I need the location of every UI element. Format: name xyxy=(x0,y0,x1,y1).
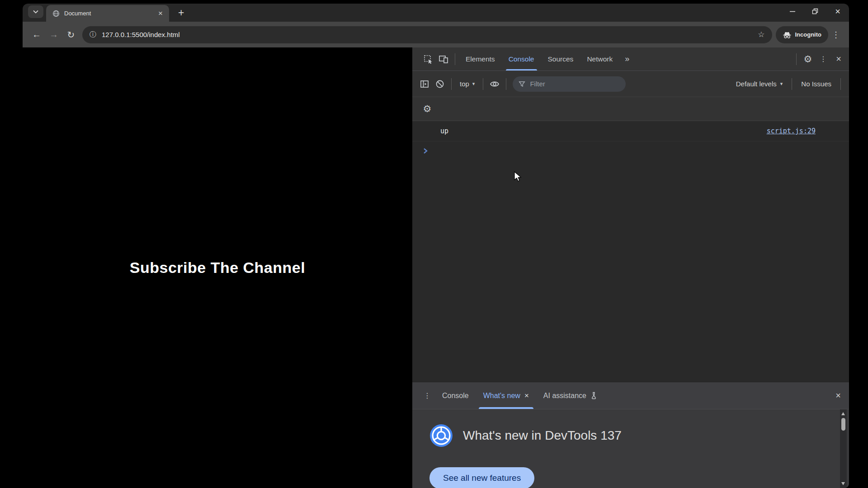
incognito-badge: Incognito xyxy=(776,26,829,43)
window-close-button[interactable]: × xyxy=(826,4,849,19)
drawer-scrollbar[interactable] xyxy=(840,409,847,488)
inspect-element-button[interactable] xyxy=(420,47,436,70)
eye-icon xyxy=(490,80,500,88)
drawer-tab-console-label: Console xyxy=(442,392,469,400)
drawer-tab-whats-new-label: What's new xyxy=(483,392,520,400)
drawer-close-button[interactable]: × xyxy=(827,382,849,409)
tab-strip: Document × + × xyxy=(23,4,849,22)
filter-box[interactable] xyxy=(513,76,626,92)
divider xyxy=(455,53,455,65)
bookmark-star-icon[interactable]: ☆ xyxy=(758,30,764,39)
tab-sources[interactable]: Sources xyxy=(541,47,580,70)
tab-title: Document xyxy=(64,10,152,17)
caret-down-icon: ▾ xyxy=(472,81,475,87)
scroll-up-icon[interactable] xyxy=(841,412,845,415)
drawer-tab-ai-assistance[interactable]: AI assistance xyxy=(536,382,604,409)
whats-new-header: What's new in DevTools 137 xyxy=(429,424,849,447)
browser-menu-button[interactable]: ⋮ xyxy=(828,30,844,40)
reload-button[interactable]: ↻ xyxy=(62,26,80,43)
tab-search-button[interactable] xyxy=(28,5,43,18)
restore-button[interactable] xyxy=(804,4,826,19)
see-all-features-button[interactable]: See all new features xyxy=(429,467,534,488)
new-tab-button[interactable]: + xyxy=(178,8,184,18)
incognito-icon xyxy=(783,31,792,39)
devtools-close-button[interactable]: × xyxy=(831,47,846,70)
site-info-icon[interactable]: ⓘ xyxy=(90,30,96,39)
devtools-drawer: ⋮ Console What's new × AI assistance xyxy=(412,382,849,488)
flask-icon xyxy=(590,392,597,399)
device-toolbar-button[interactable] xyxy=(436,47,451,70)
filter-input[interactable] xyxy=(530,80,620,88)
divider xyxy=(506,78,506,90)
tab-console[interactable]: Console xyxy=(502,47,541,70)
inspect-cursor-icon xyxy=(424,55,433,64)
console-log-text: up xyxy=(440,127,448,135)
clear-console-icon xyxy=(435,80,444,89)
console-sidebar-button[interactable] xyxy=(417,80,432,88)
url-text: 127.0.0.1:5500/index.html xyxy=(102,31,180,38)
divider xyxy=(451,78,452,90)
drawer-tab-close-icon[interactable]: × xyxy=(524,391,529,400)
incognito-label: Incognito xyxy=(795,31,822,38)
divider xyxy=(796,53,797,65)
chevron-down-icon xyxy=(33,10,38,14)
devtools-tabbar: Elements Console Sources Network » ⚙ ⋮ × xyxy=(412,47,849,71)
console-source-link[interactable]: script.js:29 xyxy=(767,127,816,135)
drawer-tabbar: ⋮ Console What's new × AI assistance xyxy=(412,382,849,409)
console-message-row: up script.js:29 xyxy=(412,121,849,141)
whats-new-title: What's new in DevTools 137 xyxy=(463,428,622,443)
browser-tab-document[interactable]: Document × xyxy=(46,5,169,22)
console-toolbar: top ▾ xyxy=(412,71,849,97)
divider xyxy=(483,78,483,90)
context-label: top xyxy=(460,80,469,88)
scroll-down-icon[interactable] xyxy=(841,482,845,485)
window-controls: × xyxy=(781,4,849,19)
forward-button[interactable]: → xyxy=(45,26,62,43)
browser-toolbar: ← → ↻ ⓘ 127.0.0.1:5500/index.html ☆ Inco… xyxy=(23,22,849,47)
drawer-menu-button[interactable]: ⋮ xyxy=(420,382,435,409)
browser-window: Document × + × ← → ↻ ⓘ 127.0.0.1: xyxy=(23,4,849,488)
console-prompt[interactable] xyxy=(412,141,849,156)
devtools-menu-button[interactable]: ⋮ xyxy=(816,47,831,70)
sidebar-panel-icon xyxy=(420,80,429,88)
more-tabs-button[interactable]: » xyxy=(619,47,635,70)
minimize-icon xyxy=(789,8,796,14)
drawer-tab-console[interactable]: Console xyxy=(435,382,476,409)
whats-new-panel: What's new in DevTools 137 See all new f… xyxy=(412,409,849,488)
globe-favicon-icon xyxy=(52,10,60,17)
divider xyxy=(792,78,792,90)
caret-down-icon: ▾ xyxy=(780,81,783,87)
filter-funnel-icon xyxy=(519,80,525,87)
devtools-panel: Elements Console Sources Network » ⚙ ⋮ × xyxy=(412,47,849,488)
tab-network[interactable]: Network xyxy=(580,47,619,70)
address-bar[interactable]: ⓘ 127.0.0.1:5500/index.html ☆ xyxy=(82,26,772,43)
drawer-tab-whats-new[interactable]: What's new × xyxy=(476,382,536,409)
minimize-button[interactable] xyxy=(781,4,804,19)
page-viewport: Subscribe The Channel xyxy=(23,47,412,488)
chrome-logo-icon xyxy=(429,424,453,447)
live-expression-eye-button[interactable] xyxy=(487,80,502,88)
content-area: Subscribe The Channel Eleme xyxy=(23,47,849,488)
page-heading: Subscribe The Channel xyxy=(130,259,305,277)
tab-close-icon[interactable]: × xyxy=(156,9,165,18)
back-button[interactable]: ← xyxy=(28,26,45,43)
devtools-controls: ⚙ ⋮ × xyxy=(793,47,849,70)
levels-label: Default levels xyxy=(736,80,777,88)
context-selector[interactable]: top ▾ xyxy=(455,80,479,88)
console-toolbar-right: Default levels ▾ No Issues xyxy=(731,78,844,90)
mouse-cursor xyxy=(514,171,524,183)
tab-elements[interactable]: Elements xyxy=(459,47,502,70)
device-toolbar-icon xyxy=(439,55,448,64)
issues-counter[interactable]: No Issues xyxy=(796,80,837,88)
settings-gear-icon[interactable]: ⚙ xyxy=(800,47,816,70)
drawer-tab-ai-label: AI assistance xyxy=(543,392,586,400)
default-levels-dropdown[interactable]: Default levels ▾ xyxy=(731,80,788,88)
console-settings-row: ⚙ xyxy=(412,97,849,121)
console-messages[interactable]: up script.js:29 xyxy=(412,121,849,382)
scrollbar-thumb[interactable] xyxy=(841,418,845,431)
clear-console-button[interactable] xyxy=(432,80,448,89)
prompt-chevron-icon xyxy=(423,148,428,154)
console-settings-gear-icon[interactable]: ⚙ xyxy=(420,103,435,114)
divider xyxy=(840,78,841,90)
restore-icon xyxy=(812,8,818,14)
